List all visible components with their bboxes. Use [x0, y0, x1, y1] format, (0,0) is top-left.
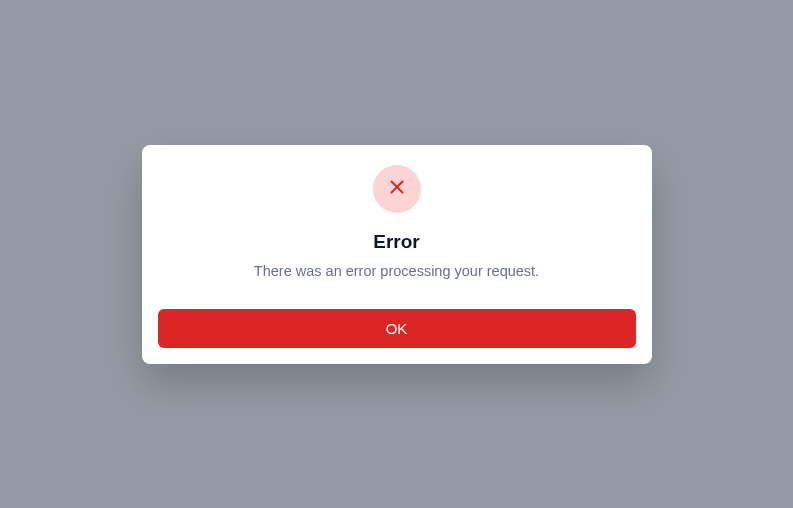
error-dialog: Error There was an error processing your…	[142, 145, 652, 364]
dialog-title: Error	[373, 231, 419, 253]
dialog-message: There was an error processing your reque…	[254, 263, 539, 279]
x-icon	[386, 176, 408, 202]
error-icon-circle	[373, 165, 421, 213]
ok-button[interactable]: OK	[158, 309, 636, 348]
